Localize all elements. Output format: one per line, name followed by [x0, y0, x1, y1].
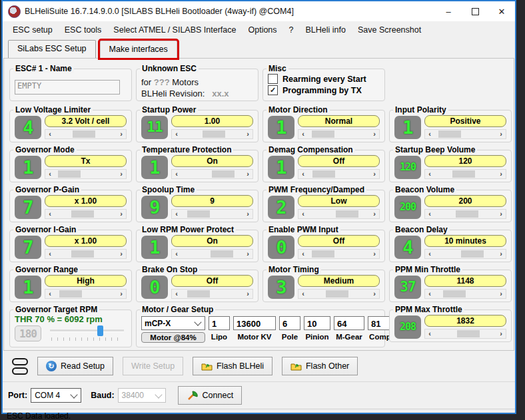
scroll-left-arrow-icon[interactable]: ‹ [298, 250, 308, 258]
scroll-right-arrow-icon[interactable]: › [496, 329, 506, 338]
menu-item-blheli-info[interactable]: BLHeli info [300, 23, 352, 37]
scrollbar-thumb[interactable] [73, 130, 95, 138]
motor-gear-input[interactable]: 1 [209, 316, 230, 330]
scrollbar-thumb[interactable] [203, 130, 225, 138]
param-scrollbar[interactable]: ‹ › [298, 129, 380, 139]
scrollbar-thumb[interactable] [461, 250, 484, 258]
scroll-left-arrow-icon[interactable]: ‹ [172, 290, 181, 298]
connect-button[interactable]: Connect [178, 386, 243, 405]
param-scrollbar[interactable]: ‹ › [45, 209, 127, 219]
param-scrollbar[interactable]: ‹ › [45, 129, 127, 139]
scroll-right-arrow-icon[interactable]: › [496, 250, 506, 258]
param-scrollbar[interactable]: ‹ › [171, 249, 253, 259]
scrollbar-thumb[interactable] [456, 210, 478, 218]
param-scrollbar[interactable]: ‹ › [424, 329, 506, 339]
flash-blheli-button[interactable]: Flash BLHeli [193, 357, 272, 375]
scroll-right-arrow-icon[interactable]: › [243, 210, 253, 218]
param-scrollbar[interactable]: ‹ › [45, 249, 127, 259]
menu-item-options[interactable]: Options [242, 23, 282, 37]
param-scrollbar[interactable]: ‹ › [424, 209, 506, 219]
rearming-checkbox-row[interactable]: Rearming every Start [268, 74, 380, 84]
scrollbar-thumb[interactable] [326, 290, 348, 298]
slider-thumb[interactable] [97, 325, 103, 336]
scroll-left-arrow-icon[interactable]: ‹ [425, 170, 434, 178]
scroll-left-arrow-icon[interactable]: ‹ [45, 130, 55, 138]
scrollbar-thumb[interactable] [312, 170, 335, 178]
scrollbar-thumb[interactable] [59, 290, 82, 298]
scroll-left-arrow-icon[interactable]: ‹ [45, 210, 55, 218]
scroll-right-arrow-icon[interactable]: › [496, 130, 506, 138]
scroll-left-arrow-icon[interactable]: ‹ [298, 130, 308, 138]
close-button[interactable]: ✕ [488, 1, 515, 21]
scrollbar-thumb[interactable] [187, 290, 210, 298]
scroll-right-arrow-icon[interactable]: › [117, 170, 126, 178]
scrollbar-thumb[interactable] [457, 330, 480, 337]
esc-multi-select-icon[interactable] [12, 358, 28, 375]
scroll-left-arrow-icon[interactable]: ‹ [45, 290, 55, 298]
rearming-checkbox[interactable] [268, 74, 278, 84]
scrollbar-thumb[interactable] [312, 250, 334, 258]
flash-other-button[interactable]: Flash Other [282, 357, 358, 375]
param-scrollbar[interactable]: ‹ › [298, 169, 380, 179]
param-scrollbar[interactable]: ‹ › [171, 129, 253, 139]
motor-gear-input[interactable]: 6 [279, 316, 300, 330]
scroll-left-arrow-icon[interactable]: ‹ [298, 210, 308, 218]
scrollbar-thumb[interactable] [452, 170, 475, 178]
scroll-left-arrow-icon[interactable]: ‹ [298, 170, 308, 178]
motor-percent-button[interactable]: Motor @84% [141, 332, 205, 343]
scroll-right-arrow-icon[interactable]: › [243, 170, 253, 178]
scroll-left-arrow-icon[interactable]: ‹ [172, 170, 181, 178]
scroll-right-arrow-icon[interactable]: › [117, 210, 126, 218]
scroll-right-arrow-icon[interactable]: › [117, 250, 126, 258]
menu-item-select-atmel-silabs-interface[interactable]: Select ATMEL / SILABS Interface [107, 23, 242, 37]
governor-target-slider[interactable] [50, 325, 127, 341]
menu-item-esc-setup[interactable]: ESC setup [7, 23, 59, 37]
scroll-left-arrow-icon[interactable]: ‹ [45, 170, 55, 178]
scroll-left-arrow-icon[interactable]: ‹ [425, 290, 434, 298]
motor-gear-input[interactable]: 13600 [233, 316, 276, 330]
programming-tx-checkbox-row[interactable]: ✓ Programming by TX [268, 85, 380, 95]
scroll-right-arrow-icon[interactable]: › [370, 250, 379, 258]
scrollbar-thumb[interactable] [211, 250, 233, 258]
port-select[interactable]: COM 4 [31, 388, 81, 403]
scrollbar-thumb[interactable] [71, 250, 94, 258]
param-scrollbar[interactable]: ‹ › [298, 249, 380, 259]
tab-make-interfaces[interactable]: Make interfaces [100, 41, 177, 58]
scrollbar-thumb[interactable] [58, 170, 81, 178]
param-scrollbar[interactable]: ‹ › [424, 129, 506, 139]
read-setup-button[interactable]: ↻ Read Setup [37, 357, 113, 375]
menu-item-esc-tools[interactable]: ESC tools [59, 23, 108, 37]
motor-preset-select[interactable]: mCP-X [141, 316, 205, 330]
param-scrollbar[interactable]: ‹ › [298, 289, 380, 299]
scrollbar-thumb[interactable] [443, 290, 466, 298]
motor-gear-input[interactable]: 64 [334, 316, 364, 330]
maximize-button[interactable] [462, 1, 488, 21]
scroll-right-arrow-icon[interactable]: › [496, 210, 506, 218]
scrollbar-thumb[interactable] [312, 130, 334, 138]
scroll-right-arrow-icon[interactable]: › [117, 290, 126, 298]
scrollbar-thumb[interactable] [71, 210, 94, 218]
scroll-right-arrow-icon[interactable]: › [117, 130, 126, 138]
scroll-left-arrow-icon[interactable]: ‹ [425, 250, 434, 258]
programming-tx-checkbox[interactable]: ✓ [268, 85, 278, 95]
tab-silabs-esc-setup[interactable]: SiLabs ESC Setup [8, 40, 96, 58]
param-scrollbar[interactable]: ‹ › [424, 289, 506, 299]
scroll-right-arrow-icon[interactable]: › [243, 290, 253, 298]
param-scrollbar[interactable]: ‹ › [298, 209, 380, 219]
scroll-left-arrow-icon[interactable]: ‹ [172, 210, 181, 218]
scrollbar-thumb[interactable] [187, 210, 210, 218]
minimize-button[interactable]: – [435, 1, 462, 21]
param-scrollbar[interactable]: ‹ › [171, 289, 253, 299]
scrollbar-thumb[interactable] [336, 210, 358, 218]
param-scrollbar[interactable]: ‹ › [45, 169, 127, 179]
motor-gear-input[interactable]: 10 [304, 316, 330, 330]
param-scrollbar[interactable]: ‹ › [171, 169, 253, 179]
esc-name-input[interactable]: EMPTY [15, 80, 120, 95]
scroll-left-arrow-icon[interactable]: ‹ [425, 329, 434, 338]
scroll-right-arrow-icon[interactable]: › [496, 290, 506, 298]
scroll-right-arrow-icon[interactable]: › [370, 130, 379, 138]
scroll-right-arrow-icon[interactable]: › [370, 290, 379, 298]
scrollbar-thumb[interactable] [438, 130, 461, 138]
scroll-right-arrow-icon[interactable]: › [370, 210, 379, 218]
menu-item-save-screenshot[interactable]: Save Screenshot [352, 23, 427, 37]
